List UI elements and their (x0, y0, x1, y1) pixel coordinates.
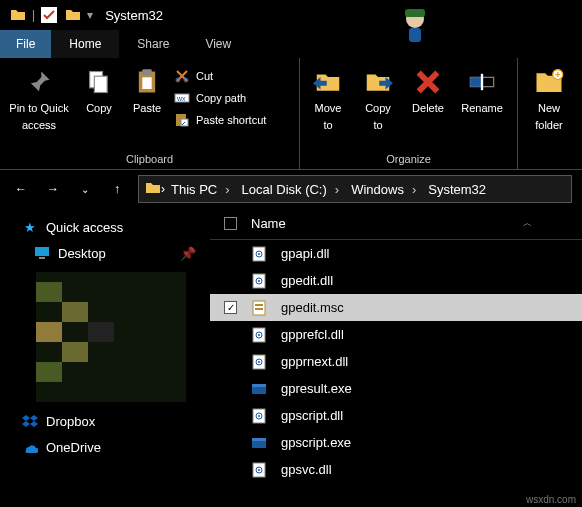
folder-small-icon (65, 7, 81, 23)
move-label-2: to (323, 119, 332, 132)
row-checkbox[interactable]: ✓ (224, 301, 237, 314)
move-to-button[interactable]: Move to (306, 64, 350, 131)
svg-point-45 (258, 469, 260, 471)
paste-label: Paste (133, 102, 161, 115)
nav-onedrive[interactable]: OneDrive (0, 434, 210, 460)
tab-view[interactable]: View (187, 30, 249, 58)
tab-file[interactable]: File (0, 30, 51, 58)
pin-icon: 📌 (180, 246, 196, 261)
rename-label: Rename (461, 102, 503, 115)
row-checkbox[interactable] (224, 274, 237, 287)
svg-rect-37 (252, 384, 266, 387)
breadcrumb-bar[interactable]: › This PC› Local Disk (C:)› Windows› Sys… (138, 175, 572, 203)
row-checkbox[interactable] (224, 463, 237, 476)
paste-icon (131, 66, 163, 98)
nav-desktop[interactable]: Desktop 📌 (0, 240, 210, 266)
row-checkbox[interactable] (224, 409, 237, 422)
new-folder-button[interactable]: New folder (524, 64, 574, 131)
nav-history-dropdown[interactable]: ⌄ (74, 178, 96, 200)
ribbon: Pin to Quick access Copy Paste (0, 58, 582, 170)
rename-button[interactable]: Rename (456, 64, 508, 115)
quick-access-dropdown[interactable]: ▾ (87, 8, 93, 22)
nav-back-button[interactable]: ← (10, 178, 32, 200)
nav-up-button[interactable]: ↑ (106, 178, 128, 200)
file-type-icon (251, 327, 267, 343)
tab-share[interactable]: Share (119, 30, 187, 58)
file-name: gpedit.msc (281, 300, 344, 315)
copy-path-icon: wx (174, 90, 190, 106)
desktop-icon (34, 245, 50, 261)
star-icon: ★ (22, 219, 38, 235)
address-bar: ← → ⌄ ↑ › This PC› Local Disk (C:)› Wind… (0, 170, 582, 208)
file-type-icon (251, 435, 267, 451)
navigation-pane: ★ Quick access Desktop 📌 Dropbox (0, 208, 210, 507)
svg-rect-1 (405, 9, 425, 17)
content-area: ★ Quick access Desktop 📌 Dropbox (0, 208, 582, 507)
nav-dropbox[interactable]: Dropbox (0, 408, 210, 434)
file-list-pane: Name ︿ gpapi.dllgpedit.dll✓gpedit.mscgpp… (210, 208, 582, 507)
pin-to-quick-access-button[interactable]: Pin to Quick access (6, 64, 72, 131)
quick-access-check-icon[interactable] (41, 7, 57, 23)
breadcrumb-system32[interactable]: System32 (422, 182, 492, 197)
title-bar: | ▾ System32 (0, 0, 582, 30)
separator: | (32, 8, 35, 22)
row-checkbox[interactable] (224, 247, 237, 260)
tab-home[interactable]: Home (51, 30, 119, 58)
file-row[interactable]: gpprefcl.dll (210, 321, 582, 348)
file-row[interactable]: gpscript.exe (210, 429, 582, 456)
row-checkbox[interactable] (224, 328, 237, 341)
new-folder-label-2: folder (535, 119, 563, 132)
breadcrumb-this-pc[interactable]: This PC› (165, 182, 236, 197)
column-header[interactable]: Name ︿ (210, 208, 582, 240)
copy-to-button[interactable]: Copy to (356, 64, 400, 131)
breadcrumb-windows[interactable]: Windows› (345, 182, 422, 197)
nav-quick-access[interactable]: ★ Quick access (0, 214, 210, 240)
desktop-preview (36, 272, 186, 402)
svg-rect-29 (255, 308, 263, 310)
delete-button[interactable]: Delete (406, 64, 450, 115)
file-row[interactable]: gpsvc.dll (210, 456, 582, 483)
file-row[interactable]: gpresult.exe (210, 375, 582, 402)
paste-shortcut-button[interactable]: Paste shortcut (174, 112, 266, 128)
cut-button[interactable]: Cut (174, 68, 266, 84)
svg-rect-5 (94, 76, 107, 92)
file-name: gpprnext.dll (281, 354, 348, 369)
select-all-checkbox[interactable] (224, 217, 237, 230)
copy-to-icon (362, 66, 394, 98)
row-checkbox[interactable] (224, 382, 237, 395)
rename-icon (466, 66, 498, 98)
move-to-icon (312, 66, 344, 98)
breadcrumb-folder-icon (145, 180, 161, 199)
copy-icon (83, 66, 115, 98)
folder-icon (10, 7, 26, 23)
svg-point-32 (258, 334, 260, 336)
file-row[interactable]: gpprnext.dll (210, 348, 582, 375)
file-type-icon (251, 273, 267, 289)
row-checkbox[interactable] (224, 355, 237, 368)
file-row[interactable]: gpapi.dll (210, 240, 582, 267)
pin-label-2: access (22, 119, 56, 132)
copy-button[interactable]: Copy (78, 64, 120, 115)
breadcrumb-local-disk[interactable]: Local Disk (C:)› (236, 182, 346, 197)
group-title-new (524, 165, 574, 169)
sort-indicator-icon: ︿ (523, 217, 532, 230)
dropbox-icon (22, 413, 38, 429)
nav-forward-button[interactable]: → (42, 178, 64, 200)
new-folder-label-1: New (538, 102, 560, 115)
file-type-icon (251, 246, 267, 262)
svg-point-26 (258, 280, 260, 282)
window-title: System32 (105, 8, 163, 23)
paste-button[interactable]: Paste (126, 64, 168, 115)
copy-to-label-2: to (373, 119, 382, 132)
svg-rect-20 (39, 257, 45, 259)
file-row[interactable]: ✓gpedit.msc (210, 294, 582, 321)
svg-rect-16 (470, 77, 482, 86)
copy-path-button[interactable]: wx Copy path (174, 90, 266, 106)
file-row[interactable]: gpscript.dll (210, 402, 582, 429)
row-checkbox[interactable] (224, 436, 237, 449)
file-type-icon (251, 408, 267, 424)
copy-path-label: Copy path (196, 92, 246, 104)
file-row[interactable]: gpedit.dll (210, 267, 582, 294)
column-name[interactable]: Name (251, 216, 286, 231)
svg-point-23 (258, 253, 260, 255)
